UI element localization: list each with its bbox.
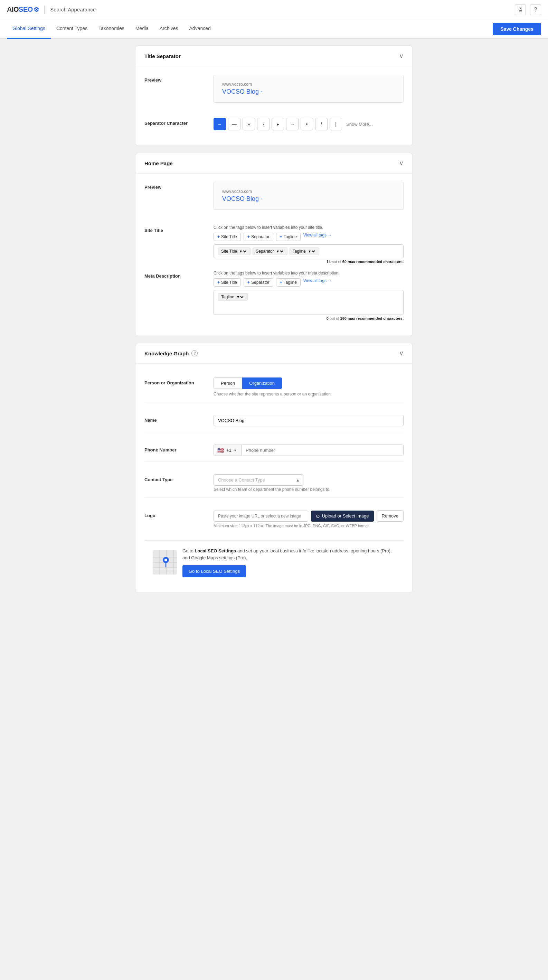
meta-desc-input-box[interactable]: Tagline ▾ — [213, 290, 403, 315]
tagline-pill-desc-label: Tagline — [221, 294, 234, 299]
sep-btn-raquo[interactable]: » — [243, 118, 255, 130]
preview-label: Preview — [145, 75, 213, 83]
sep-btn-slash[interactable]: / — [315, 118, 327, 130]
topbar-page-title: Search Appearance — [50, 6, 96, 13]
title-separator-section: Title Separator ∨ Preview www.vocso.com … — [136, 46, 412, 146]
tab-taxonomies[interactable]: Taxonomies — [93, 19, 130, 39]
tagline-pill-select[interactable]: ▾ — [307, 248, 316, 254]
separator-char-label: Separator Character — [145, 118, 213, 126]
person-org-content: Person Organization Choose whether the s… — [213, 377, 403, 396]
preview-url: www.vocso.com — [222, 82, 395, 87]
logo-row-wrapper: Logo ⊙ Upload or Select Image Remove Min… — [145, 505, 403, 533]
meta-desc-char-count: 0 out of 160 max recommended characters. — [213, 316, 403, 320]
logo-seo-text: SEO — [19, 6, 33, 13]
site-title-pill-select[interactable]: ▾ — [238, 248, 248, 254]
view-all-tags-link-2[interactable]: View all tags → — [303, 278, 332, 286]
monitor-icon-btn[interactable]: 🖥 — [515, 4, 526, 15]
tag-btn-tagline-2[interactable]: + Tagline — [276, 278, 300, 286]
tag-label: Tagline — [284, 234, 297, 239]
tagline-pill-desc-select[interactable]: ▾ — [236, 294, 245, 300]
home-preview-site-title: VOCSO Blog - — [222, 195, 395, 202]
sep-btn-arrow-filled[interactable]: ▸ — [272, 118, 284, 130]
site-title-hint: Click on the tags below to insert variab… — [213, 225, 403, 230]
tag-label: Tagline — [284, 280, 297, 285]
local-seo-link-text: Local SEO Settings — [195, 548, 236, 554]
nav-tabs: Global Settings Content Types Taxonomies… — [7, 19, 493, 39]
tag-label: Site Title — [221, 280, 237, 285]
view-all-tags-link-1[interactable]: View all tags → — [303, 233, 332, 241]
contact-type-row: Contact Type Choose a Contact Type ▲ Sel… — [145, 469, 403, 498]
contact-type-label: Contact Type — [145, 474, 213, 482]
phone-country-selector[interactable]: 🇺🇸 +1 ▾ — [214, 445, 241, 456]
nav-bar: Global Settings Content Types Taxonomies… — [0, 19, 548, 39]
meta-char-count-max: 160 — [340, 316, 346, 320]
person-org-hint: Choose whether the site represents a per… — [213, 391, 403, 396]
contact-type-hint: Select which team or department the phon… — [213, 487, 403, 492]
tab-advanced[interactable]: Advanced — [184, 19, 216, 39]
contact-type-wrapper: Choose a Contact Type ▲ — [213, 474, 303, 486]
save-changes-button[interactable]: Save Changes — [493, 23, 541, 35]
sep-btn-pipe[interactable]: | — [330, 118, 342, 130]
tag-btn-separator-1[interactable]: + Separator — [244, 233, 273, 241]
separator-pill-label: Separator — [256, 249, 274, 254]
separator-char-row: Separator Character – — » › ▸ → • / | Sh… — [145, 118, 403, 130]
knowledge-graph-header[interactable]: Knowledge Graph ? ∨ — [136, 343, 412, 364]
char-count-max: 60 — [342, 259, 346, 264]
site-title-label: Site Title — [145, 225, 213, 233]
contact-type-select[interactable]: Choose a Contact Type — [213, 474, 303, 486]
tab-media[interactable]: Media — [130, 19, 154, 39]
sep-btn-dash[interactable]: – — [213, 118, 226, 130]
logo-url-input[interactable] — [213, 511, 308, 522]
tab-content-types[interactable]: Content Types — [51, 19, 93, 39]
upload-select-image-button[interactable]: ⊙ Upload or Select Image — [311, 511, 374, 522]
tagline-pill-desc: Tagline ▾ — [218, 293, 248, 301]
tag-btn-site-title-1[interactable]: + Site Title — [213, 233, 241, 241]
person-org-label: Person or Organization — [145, 377, 213, 385]
help-icon-btn[interactable]: ? — [530, 4, 541, 15]
sep-btn-gt[interactable]: › — [257, 118, 270, 130]
go-to-local-seo-button[interactable]: Go to Local SEO Settings — [183, 565, 246, 577]
tag-btn-separator-2[interactable]: + Separator — [244, 278, 273, 286]
home-preview-box: www.vocso.com VOCSO Blog - — [213, 182, 403, 210]
tag-btn-tagline-1[interactable]: + Tagline — [276, 233, 300, 241]
name-input[interactable] — [213, 415, 403, 426]
logo-input-row: ⊙ Upload or Select Image Remove — [213, 510, 403, 522]
tab-global-settings[interactable]: Global Settings — [7, 19, 51, 39]
name-content — [213, 415, 403, 426]
meta-desc-tag-buttons: + Site Title + Separator + Tagline View … — [213, 278, 403, 286]
preview-site-title: VOCSO Blog - — [222, 88, 395, 95]
home-page-header[interactable]: Home Page ∨ — [136, 153, 412, 173]
organization-btn[interactable]: Organization — [242, 377, 282, 389]
local-seo-description: Go to Local SEO Settings and set up your… — [183, 547, 395, 561]
sep-btn-arrow[interactable]: → — [286, 118, 299, 130]
sep-btn-emdash[interactable]: — — [228, 118, 240, 130]
map-svg-icon — [153, 550, 177, 574]
title-separator-header[interactable]: Title Separator ∨ — [136, 46, 412, 66]
logo-label: Logo — [145, 510, 213, 518]
knowledge-graph-header-inner: Knowledge Graph ? — [145, 350, 198, 356]
phone-input[interactable] — [241, 445, 403, 456]
tag-label: Separator — [251, 280, 270, 285]
separator-pill-select[interactable]: ▾ — [275, 248, 284, 254]
site-title-tag-buttons: + Site Title + Separator + Tagline View … — [213, 233, 403, 241]
show-more-link[interactable]: Show More... — [346, 122, 373, 127]
topbar: AIOSEO ⚙ Search Appearance 🖥 ? — [0, 0, 548, 19]
person-org-row: Person or Organization Person Organizati… — [145, 372, 403, 402]
meta-desc-hint: Click on the tags below to insert variab… — [213, 270, 403, 275]
home-page-body: Preview www.vocso.com VOCSO Blog - Site … — [136, 173, 412, 336]
person-btn[interactable]: Person — [213, 377, 242, 389]
site-title-char-count: 14 out of 60 max recommended characters. — [213, 259, 403, 264]
flag-icon: 🇺🇸 — [217, 447, 224, 453]
knowledge-graph-title: Knowledge Graph — [145, 350, 189, 356]
local-seo-text: Go to Local SEO Settings and set up your… — [183, 547, 395, 577]
sep-btn-bullet[interactable]: • — [300, 118, 313, 130]
tag-label: Site Title — [221, 234, 237, 239]
knowledge-graph-chevron: ∨ — [399, 350, 403, 357]
preview-content: www.vocso.com VOCSO Blog - — [213, 75, 403, 111]
site-title-input-box[interactable]: Site Title ▾ Separator ▾ Tagline ▾ — [213, 244, 403, 258]
remove-image-button[interactable]: Remove — [376, 510, 403, 522]
tag-btn-site-title-2[interactable]: + Site Title — [213, 278, 241, 286]
meta-desc-row: Meta Description Click on the tags below… — [145, 270, 403, 320]
home-preview-label: Preview — [145, 182, 213, 190]
tab-archives[interactable]: Archives — [154, 19, 184, 39]
